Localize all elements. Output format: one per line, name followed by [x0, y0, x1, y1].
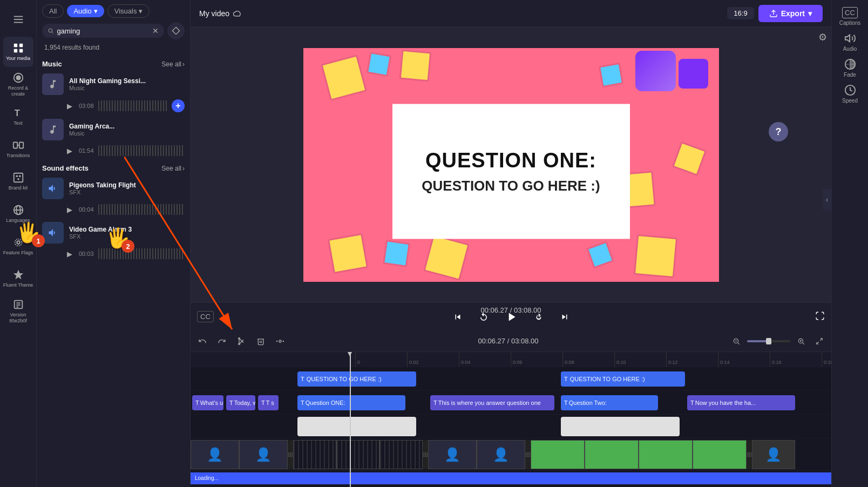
- tab-audio[interactable]: Audio ▾: [67, 5, 104, 17]
- right-panel-speed[interactable]: Speed: [835, 82, 865, 106]
- sidebar-item-your-media[interactable]: Your media: [3, 37, 33, 67]
- ruler-0:08: 0:08: [562, 352, 614, 367]
- aspect-ratio-button[interactable]: 16:9: [727, 7, 754, 19]
- tab-visuals[interactable]: Visuals ▾: [107, 4, 150, 18]
- text-clip-ts[interactable]: TT s: [258, 395, 279, 410]
- redo-button[interactable]: [214, 334, 229, 349]
- sidebar-item-fluent-theme[interactable]: Fluent Theme: [3, 263, 33, 294]
- fullscreen-button[interactable]: [815, 311, 825, 323]
- cube-decoration-2: [366, 51, 391, 76]
- video-thumb-green-2[interactable]: [585, 440, 639, 469]
- sidebar-item-brand-kit[interactable]: Brand kit: [3, 166, 33, 197]
- cc-button[interactable]: CC: [197, 311, 214, 322]
- text-clip-question-2[interactable]: T QUESTION TO GO HERE :): [561, 371, 685, 387]
- svg-rect-5: [13, 49, 17, 52]
- diamond-icon-button[interactable]: [167, 22, 185, 39]
- sidebar-item-label-fluent-theme: Fluent Theme: [3, 282, 33, 288]
- expand-timeline-button[interactable]: [812, 334, 827, 349]
- zoom-out-button[interactable]: [729, 334, 744, 349]
- save-status-icon[interactable]: [233, 8, 242, 19]
- right-panel-collapse-button[interactable]: ‹: [823, 189, 831, 211]
- segment-divider-2: ⊞: [423, 440, 428, 469]
- right-panel-audio[interactable]: Audio: [835, 30, 865, 54]
- sidebar-item-languages[interactable]: Languages: [3, 199, 33, 229]
- play-sfx-1[interactable]: ▶: [64, 204, 76, 215]
- sfx-info-1: Pigeons Taking Flight SFX: [69, 181, 185, 195]
- segment-divider-1: ⊞: [288, 440, 293, 469]
- music-see-all[interactable]: See all ›: [161, 60, 185, 68]
- text-clip-whats-up[interactable]: TWhat's up: [192, 395, 223, 410]
- music-section-header: Music See all ›: [37, 56, 190, 70]
- music-info-1: All Night Gaming Sessi... Music: [69, 77, 185, 91]
- white-clip-1[interactable]: [297, 417, 416, 436]
- video-thumb-pink-1[interactable]: [293, 440, 336, 469]
- preview-white-box: QUESTION ONE: QUESTION TO GO HERE :): [392, 104, 630, 239]
- video-thumb-person-3[interactable]: 👤: [428, 440, 477, 469]
- zoom-slider[interactable]: [747, 340, 790, 342]
- export-button[interactable]: Export ▾: [758, 5, 823, 22]
- captions-icon: CC: [842, 7, 858, 18]
- video-thumb-green-1[interactable]: [531, 440, 585, 469]
- more-tools-button[interactable]: [273, 334, 288, 349]
- add-music-1[interactable]: +: [172, 99, 185, 112]
- delete-button[interactable]: [253, 334, 268, 349]
- video-thumb-person-2[interactable]: 👤: [239, 440, 288, 469]
- sidebar-item-record-create[interactable]: Record & create: [3, 69, 33, 99]
- text-clip-answer-one[interactable]: TThis is where you answer question one: [430, 395, 554, 410]
- video-thumb-green-4[interactable]: [693, 440, 747, 469]
- text-clip-now-you[interactable]: TNow you have the ha...: [687, 395, 795, 410]
- music-item-2[interactable]: Gaming Arca... Music: [37, 116, 190, 144]
- menu-toggle[interactable]: [3, 4, 33, 35]
- video-thumb-person-1[interactable]: 👤: [191, 440, 239, 469]
- project-name: My video: [199, 8, 242, 19]
- sidebar-item-version[interactable]: Version85e2b0f: [3, 296, 33, 326]
- sidebar-item-label-text: Text: [13, 120, 23, 126]
- svg-line-39: [738, 342, 740, 344]
- clear-search-button[interactable]: ✕: [152, 26, 159, 35]
- play-music-1[interactable]: ▶: [64, 100, 76, 112]
- right-panel-fade[interactable]: Fade: [835, 56, 865, 80]
- tab-all[interactable]: All: [42, 4, 64, 18]
- playhead-vertical: [350, 367, 351, 487]
- text-clip-question-1[interactable]: T QUESTION TO GO HERE :): [297, 371, 416, 387]
- video-thumb-green-3[interactable]: [639, 440, 693, 469]
- zoom-slider-thumb[interactable]: [766, 338, 771, 344]
- video-thumb-person-4[interactable]: 👤: [477, 440, 525, 469]
- sidebar-item-text[interactable]: T Text: [3, 102, 33, 132]
- svg-point-7: [16, 75, 21, 80]
- video-thumb-pink-3[interactable]: [379, 440, 423, 469]
- white-clip-2[interactable]: [561, 417, 680, 436]
- search-box[interactable]: ✕: [42, 24, 164, 38]
- music-type-1: Music: [69, 85, 185, 91]
- media-panel-header: All Audio ▾ Visuals ▾ ✕: [37, 0, 190, 56]
- skip-to-start-button[interactable]: [449, 308, 466, 326]
- music-thumb-1: [42, 73, 64, 95]
- video-thumb-pink-2[interactable]: [336, 440, 379, 469]
- sfx-see-all[interactable]: See all ›: [161, 165, 185, 172]
- text-clip-today[interactable]: TToday, w: [226, 395, 255, 410]
- sfx-item-2[interactable]: Video Game Alarm 3 SFX: [37, 219, 190, 247]
- search-input[interactable]: [57, 27, 149, 35]
- play-music-2[interactable]: ▶: [64, 145, 76, 157]
- undo-button[interactable]: [195, 334, 210, 349]
- sfx-section-header: Sound effects See all ›: [37, 160, 190, 174]
- sidebar-item-transitions[interactable]: Transitions: [3, 134, 33, 164]
- help-button[interactable]: ?: [769, 122, 788, 141]
- music-item-1[interactable]: All Night Gaming Sessi... Music: [37, 70, 190, 98]
- text-clip-question-one[interactable]: TQuestion ONE:: [297, 395, 405, 410]
- sidebar-item-feature-flags[interactable]: Feature Flags: [3, 231, 33, 261]
- play-sfx-2[interactable]: ▶: [64, 248, 76, 260]
- text-clip-question-two[interactable]: TQuestion Two:: [561, 395, 658, 410]
- right-panel-captions[interactable]: CC Captions: [835, 4, 865, 28]
- tracks-wrapper: T QUESTION TO GO HERE :) T QUESTION TO G…: [191, 367, 831, 487]
- sfx-item-1[interactable]: Pigeons Taking Flight SFX: [37, 174, 190, 202]
- audio-track-content[interactable]: Loading...: [191, 472, 831, 484]
- zoom-in-button[interactable]: [794, 334, 809, 349]
- preview-question-subtitle: QUESTION TO GO HERE :): [422, 178, 600, 194]
- cut-button[interactable]: [234, 334, 249, 349]
- svg-point-16: [17, 178, 19, 180]
- preview-settings-button[interactable]: ⚙: [818, 31, 827, 43]
- video-thumb-person-5[interactable]: 👤: [752, 440, 795, 469]
- svg-marker-47: [845, 35, 849, 42]
- skip-to-end-button[interactable]: [556, 308, 573, 326]
